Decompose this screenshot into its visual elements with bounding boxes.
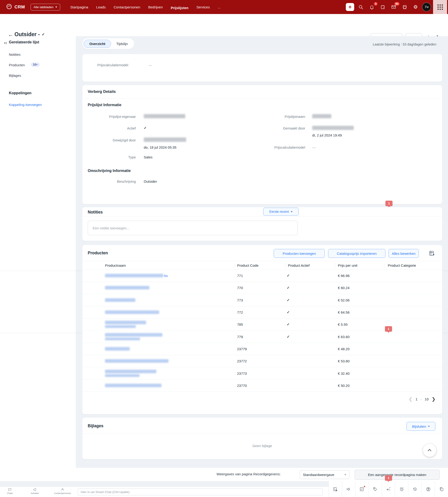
notes-card: Notities Eerste recent: [82, 207, 442, 241]
nav-item-more[interactable]: ...: [214, 0, 225, 14]
table-row[interactable]: 770 ✓ € 60.24: [82, 282, 442, 294]
active-check-icon: ✓: [144, 126, 147, 130]
reminder-clock-icon[interactable]: [395, 481, 408, 497]
scroll-to-top-button[interactable]: [423, 444, 436, 457]
active-check-icon: ✓: [287, 286, 290, 290]
created-by-label: Gemaakt door: [258, 126, 305, 130]
pricing-model-label: Prijscalculatiemodel: [258, 145, 305, 149]
owner-label: Prijslijst-eigenaar: [88, 114, 136, 119]
nav-item-leads[interactable]: Leads: [92, 0, 110, 14]
chevron-down-icon: [55, 7, 57, 8]
active-check-icon: ✓: [287, 298, 290, 302]
copy-icon[interactable]: [435, 481, 448, 497]
top-navigation-bar: CRM Alle tabbladen Startpagina Leads Con…: [0, 0, 448, 14]
no-attachments-text: Geen bijlage: [82, 444, 442, 448]
all-tabs-dropdown[interactable]: Alle tabbladen: [31, 4, 61, 11]
nav-item-contactpersonen[interactable]: Contactpersonen: [110, 0, 144, 14]
attach-dropdown-button[interactable]: Bijsluiten: [406, 422, 435, 431]
crm-page: CRM Alle tabbladen Startpagina Leads Con…: [0, 0, 448, 497]
col-product-actief[interactable]: Product Actief: [288, 263, 310, 267]
mail-icon[interactable]: 83: [389, 2, 398, 11]
tab-tijdslijn[interactable]: Tijdslijn: [111, 40, 133, 48]
table-row[interactable]: 23770 € 50.20: [82, 379, 442, 392]
create-custom-record-page-button[interactable]: Een aangepaste recordpagina maken: [355, 470, 440, 480]
chevron-down-icon: [291, 211, 293, 212]
modified-by-label: Gewijzigd door: [88, 138, 136, 142]
add-products-button[interactable]: Producten toevoegen: [274, 249, 325, 258]
contact-icon: [61, 488, 64, 491]
zia-script-icon[interactable]: [329, 481, 342, 497]
add-note-input[interactable]: [88, 221, 298, 235]
col-product-categorie[interactable]: Product Categorie: [388, 263, 416, 267]
nav-item-bedrijven[interactable]: Bedrijven: [144, 0, 167, 14]
sidebar-item-producten[interactable]: Producten: [9, 63, 25, 67]
announcement-icon[interactable]: [342, 481, 355, 497]
tab-overzicht[interactable]: Overzicht: [83, 40, 111, 48]
summary-card: Prijscalculatiemodel —: [82, 54, 442, 82]
contactpersonen-shortcut[interactable]: Contactpersonen: [54, 488, 71, 495]
nav-item-prijslijsten[interactable]: Prijslijsten: [167, 0, 192, 16]
kanalen-shortcut[interactable]: Kanalen: [31, 488, 39, 495]
crm-logo-icon[interactable]: [6, 3, 12, 11]
edit-all-button[interactable]: Alles bewerken: [388, 249, 419, 258]
topnav-actions: 3 83 ⚙ Tw: [346, 0, 448, 14]
summary-pricing-model-value: —: [149, 63, 152, 67]
nav-menu: Startpagina Leads Contactpersonen Bedrij…: [66, 0, 224, 14]
chats-shortcut[interactable]: Chats: [7, 488, 13, 495]
description-label: Beschrijving: [88, 179, 136, 183]
table-row[interactable]: 772 ✓ € 64.56: [82, 306, 442, 319]
table-row[interactable]: 23779 € 48.20: [82, 343, 442, 355]
modified-date: do, 18 jul 2024 05:35: [144, 145, 176, 149]
table-row[interactable]: 773 ✓ € 52.06: [82, 294, 442, 306]
active-check-icon: ✓: [287, 335, 290, 339]
pricelist-name-label: Prijslijstnaam: [258, 114, 305, 119]
active-check-icon: ✓: [287, 322, 290, 326]
smart-chat-input[interactable]: [78, 488, 323, 495]
sidebar-item-notities[interactable]: Notities: [9, 52, 20, 56]
table-row[interactable]: 23772 € 53.80: [82, 355, 442, 367]
table-row[interactable]: ks 771 ✓ € 66.96: [82, 270, 442, 282]
record-views-strip: Weergaves van pagina Recordgegevens: Sta…: [0, 468, 448, 481]
search-icon[interactable]: [356, 2, 365, 11]
sidebar-item-bijlages[interactable]: Bijlages: [9, 74, 21, 78]
active-label: Actief: [88, 126, 136, 130]
col-product-code[interactable]: Product Code: [237, 263, 258, 267]
owner-redacted-value: [144, 114, 185, 118]
tag-icon[interactable]: [368, 481, 382, 497]
marketplace-icon[interactable]: [400, 2, 409, 11]
collapse-sidebar-icon[interactable]: [3, 41, 7, 46]
page-next-icon[interactable]: ❯: [432, 396, 436, 402]
page-previous-icon[interactable]: ❮: [409, 396, 413, 402]
user-avatar[interactable]: Tw: [422, 2, 431, 11]
products-title: Producten: [88, 251, 108, 256]
signature-icon[interactable]: [382, 481, 395, 497]
notes-sort-dropdown[interactable]: Eerste recent: [263, 208, 299, 216]
hide-details-toggle[interactable]: Verberg Details: [88, 89, 116, 94]
type-value: Sales: [144, 155, 153, 159]
add-koppeling-link[interactable]: Koppeling toevoegen: [9, 103, 42, 107]
bell-badge: 3: [374, 2, 378, 6]
manage-columns-icon[interactable]: [429, 250, 435, 257]
accessibility-icon[interactable]: [421, 481, 435, 497]
col-productnaam[interactable]: Productnaam: [105, 263, 126, 267]
description-value: Outsider: [144, 179, 157, 183]
apps-grid-icon[interactable]: [433, 0, 447, 14]
calendar-icon[interactable]: [378, 2, 387, 11]
product-name-link[interactable]: ks: [164, 274, 168, 278]
settings-gear-icon[interactable]: ⚙: [411, 2, 420, 11]
created-date: di, 2 jul 2024 19:49: [312, 133, 342, 137]
active-check-icon: ✓: [287, 310, 290, 314]
koppelingen-title: Koppelingen: [9, 91, 32, 95]
quick-create-button[interactable]: [346, 3, 354, 11]
notification-badge: 1: [385, 326, 392, 332]
nav-item-services[interactable]: Services: [192, 0, 214, 14]
table-row[interactable]: 23773 € 32.40: [82, 367, 442, 380]
notifications-bell-icon[interactable]: 3: [367, 2, 376, 11]
import-catalog-price-button[interactable]: Catalogusprijs importeren: [328, 249, 385, 258]
feeds-icon[interactable]: [355, 481, 368, 497]
history-icon[interactable]: [408, 481, 421, 497]
nav-item-startpagina[interactable]: Startpagina: [66, 0, 92, 14]
col-prijs-per-unit[interactable]: Prijs per unit: [338, 263, 357, 267]
modified-by-redacted-value: [144, 137, 186, 142]
view-select[interactable]: Standaardweergave: [300, 470, 349, 479]
